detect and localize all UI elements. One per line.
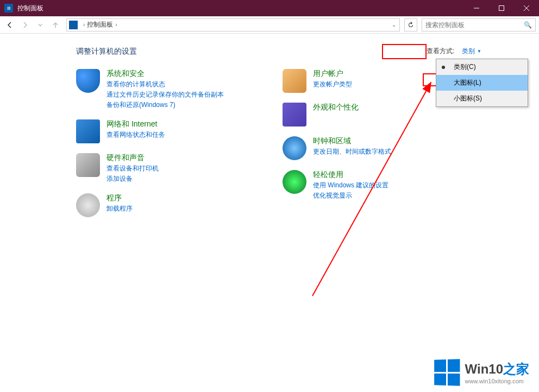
category-link[interactable]: 查看网络状态和任务 bbox=[106, 130, 165, 140]
category-link[interactable]: 使用 Windows 建议的设置 bbox=[313, 181, 388, 190]
breadcrumb[interactable]: 控制面板 bbox=[87, 20, 113, 29]
category-title[interactable]: 轻松使用 bbox=[313, 170, 388, 180]
shield-icon bbox=[76, 69, 100, 93]
category-clock-region: 时钟和区域 更改日期、时间或数字格式 bbox=[283, 136, 456, 160]
category-hardware-sound: 硬件和声音 查看设备和打印机 添加设备 bbox=[76, 153, 250, 184]
view-option-label: 类别(C) bbox=[454, 63, 476, 71]
category-link[interactable]: 查看你的计算机状态 bbox=[106, 80, 224, 89]
search-input[interactable] bbox=[425, 21, 524, 29]
view-option-small-icons[interactable]: 小图标(S) bbox=[436, 91, 528, 106]
category-column-right: 用户帐户 更改帐户类型 外观和个性化 时钟和区域 更改日期、时间或数字格式 bbox=[283, 69, 456, 217]
search-icon: 🔍 bbox=[524, 21, 532, 29]
radio-icon bbox=[442, 66, 445, 69]
chevron-down-icon: ▼ bbox=[477, 49, 481, 54]
recent-dropdown[interactable] bbox=[34, 18, 47, 31]
view-value: 类别 bbox=[462, 47, 475, 56]
page-title: 调整计算机的设置 bbox=[76, 47, 422, 56]
category-title[interactable]: 网络和 Internet bbox=[106, 119, 165, 129]
category-user-accounts: 用户帐户 更改帐户类型 bbox=[283, 69, 456, 93]
chevron-right-icon: › bbox=[83, 22, 85, 28]
category-appearance: 外观和个性化 bbox=[283, 103, 456, 127]
category-ease-of-access: 轻松使用 使用 Windows 建议的设置 优化视觉显示 bbox=[283, 170, 456, 200]
clock-icon bbox=[283, 136, 306, 160]
close-button[interactable] bbox=[514, 0, 539, 16]
chevron-right-icon: › bbox=[115, 22, 117, 28]
watermark-url: www.win10xitong.com bbox=[465, 378, 529, 384]
address-bar[interactable]: › 控制面板 › ⌄ bbox=[66, 18, 400, 31]
up-button[interactable] bbox=[49, 18, 62, 31]
titlebar: ⊞ 控制面板 bbox=[0, 0, 539, 16]
category-title[interactable]: 程序 bbox=[106, 193, 133, 203]
category-link[interactable]: 更改日期、时间或数字格式 bbox=[313, 147, 391, 156]
windows-logo-icon bbox=[434, 359, 460, 386]
category-link[interactable]: 备份和还原(Windows 7) bbox=[106, 100, 224, 110]
svg-rect-1 bbox=[499, 6, 504, 11]
category-link[interactable]: 卸载程序 bbox=[106, 204, 133, 213]
category-link[interactable]: 优化视觉显示 bbox=[313, 191, 388, 200]
view-option-label: 大图标(L) bbox=[454, 79, 481, 86]
category-system-security: 系统和安全 查看你的计算机状态 通过文件历史记录保存你的文件备份副本 备份和还原… bbox=[76, 69, 250, 110]
back-button[interactable] bbox=[3, 18, 16, 31]
view-option-label: 小图标(S) bbox=[454, 94, 482, 102]
category-network-internet: 网络和 Internet 查看网络状态和任务 bbox=[76, 119, 250, 143]
category-title[interactable]: 硬件和声音 bbox=[106, 153, 159, 163]
minimize-button[interactable] bbox=[464, 0, 489, 16]
users-icon bbox=[283, 69, 306, 93]
content-area: 调整计算机的设置 查看方式: 类别 ▼ 类别(C) 大图标(L) 小图标(S) bbox=[0, 34, 539, 392]
control-panel-icon bbox=[69, 21, 78, 29]
view-dropdown-menu: 类别(C) 大图标(L) 小图标(S) bbox=[436, 59, 528, 107]
monitor-icon bbox=[283, 103, 306, 127]
view-option-large-icons[interactable]: 大图标(L) bbox=[436, 75, 528, 91]
printer-icon bbox=[76, 153, 100, 177]
category-title[interactable]: 系统和安全 bbox=[106, 69, 224, 79]
view-option-category[interactable]: 类别(C) bbox=[436, 59, 528, 75]
category-title[interactable]: 用户帐户 bbox=[313, 69, 352, 79]
search-box[interactable]: 🔍 bbox=[422, 18, 536, 31]
category-link[interactable]: 通过文件历史记录保存你的文件备份副本 bbox=[106, 90, 224, 99]
disc-icon bbox=[76, 193, 100, 217]
ease-icon bbox=[283, 170, 306, 194]
watermark-title: Win10之家 bbox=[465, 361, 529, 378]
view-dropdown[interactable]: 类别 ▼ bbox=[459, 45, 485, 58]
category-programs: 程序 卸载程序 bbox=[76, 193, 250, 217]
app-icon: ⊞ bbox=[4, 4, 13, 12]
refresh-button[interactable] bbox=[404, 18, 417, 31]
category-link[interactable]: 更改帐户类型 bbox=[313, 80, 352, 89]
category-link[interactable]: 添加设备 bbox=[106, 174, 159, 184]
address-dropdown-icon[interactable]: ⌄ bbox=[392, 22, 396, 28]
view-label: 查看方式: bbox=[422, 45, 459, 58]
view-selector: 查看方式: 类别 ▼ 类别(C) 大图标(L) 小图标(S) bbox=[422, 45, 485, 58]
watermark: Win10之家 www.win10xitong.com bbox=[434, 359, 529, 385]
toolbar: › 控制面板 › ⌄ 🔍 bbox=[0, 16, 539, 34]
maximize-button[interactable] bbox=[489, 0, 514, 16]
window-controls bbox=[464, 0, 539, 16]
globe-icon bbox=[76, 119, 100, 143]
category-column-left: 系统和安全 查看你的计算机状态 通过文件历史记录保存你的文件备份副本 备份和还原… bbox=[76, 69, 250, 217]
category-link[interactable]: 查看设备和打印机 bbox=[106, 164, 159, 173]
window-title: 控制面板 bbox=[17, 4, 464, 13]
category-title[interactable]: 外观和个性化 bbox=[313, 103, 359, 112]
forward-button[interactable] bbox=[18, 18, 32, 31]
category-title[interactable]: 时钟和区域 bbox=[313, 136, 391, 146]
